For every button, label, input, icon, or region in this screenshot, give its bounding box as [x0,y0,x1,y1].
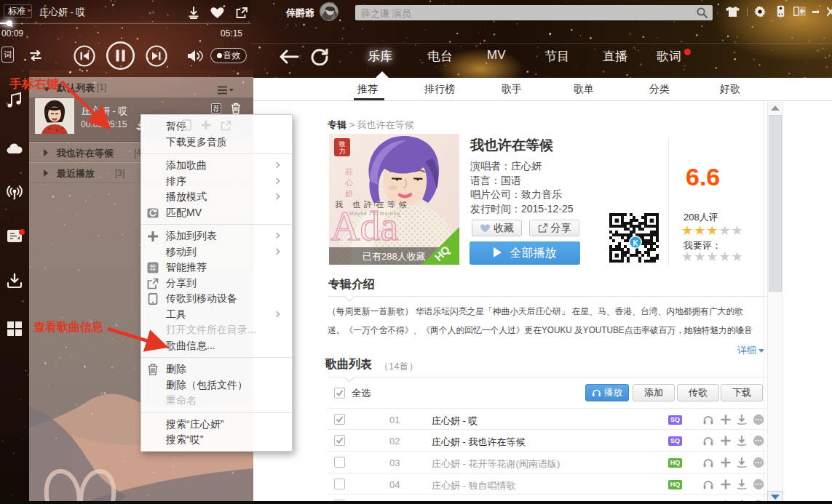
menu-item[interactable]: 暂停 [141,119,292,135]
listen-icon[interactable] [702,479,714,490]
subtab-charts[interactable]: 排行榜 [424,83,455,96]
scroll-down-button[interactable] [767,491,783,502]
tab-lyrics[interactable]: 歌词 [657,48,681,65]
subtab-goodsongs[interactable]: 好歌 [720,83,740,96]
download-button[interactable]: 下载 [721,384,763,401]
refresh-icon[interactable] [309,48,329,65]
playlist-header[interactable]: 默认列表 [1] [29,77,253,97]
tab-shows[interactable]: 节目 [544,48,569,65]
my-rating-stars[interactable]: ★★★★★ [681,249,744,265]
tab-mv[interactable]: MV [487,48,506,63]
menu-item[interactable]: 歌曲信息... [141,338,292,354]
menu-item[interactable]: 删除 [141,361,292,377]
play-mode-icon[interactable] [28,49,44,63]
seek-bar[interactable] [0,23,251,24]
play-all-button[interactable]: 全部播放 [470,241,580,265]
star-icon[interactable]: ★ [732,223,744,238]
play-selected-button[interactable]: 播放 [585,384,629,401]
star-icon[interactable]: ★ [706,249,718,264]
menu-item[interactable]: 排序 [141,174,292,190]
menu-item[interactable]: 移动到 [141,244,292,260]
download-icon[interactable] [736,414,748,425]
menu-item[interactable]: 搜索“哎” [141,432,292,448]
search-icon[interactable] [696,7,708,19]
add-icon[interactable] [720,414,732,425]
favorite-heart-icon[interactable] [210,7,225,19]
download-icon[interactable] [736,457,748,468]
subtab-categories[interactable]: 分类 [649,83,670,96]
menu-item[interactable]: 匹配MV [141,205,292,221]
recommend-badge[interactable]: 荐 [211,103,221,113]
song-share-icon[interactable] [221,120,231,131]
menu-item[interactable]: 添加歌曲 [141,158,292,174]
subtab-playlists[interactable]: 歌单 [574,83,594,96]
menu-item[interactable]: 分享到 [141,276,292,292]
more-icon[interactable] [753,479,764,490]
sidebar-radio-icon[interactable] [6,183,23,201]
scroll-up-button[interactable] [768,103,783,113]
sidebar-apps-icon[interactable] [6,320,23,337]
star-icon[interactable]: ★ [718,249,731,264]
download-song-icon[interactable] [187,7,200,19]
breadcrumb[interactable]: 专辑 > 我也许在等候 [328,119,414,132]
download-icon[interactable] [736,435,748,447]
lyric-button[interactable]: 词 [1,47,14,63]
menu-item[interactable]: 添加到列表 [141,228,292,244]
tab-music-library[interactable]: 乐库 [368,48,392,65]
add-icon[interactable] [720,457,732,468]
song-checkbox[interactable] [334,479,345,489]
tab-radio[interactable]: 电台 [428,48,453,65]
next-button[interactable] [146,45,167,67]
menu-item[interactable]: 搜索“庄心妍” [141,417,292,433]
listen-icon[interactable] [702,457,714,468]
close-button[interactable] [827,7,832,17]
star-icon[interactable]: ★ [681,249,694,264]
sidebar-music-icon[interactable] [6,92,23,109]
download-icon[interactable] [736,479,748,490]
star-icon[interactable]: ★ [694,223,706,238]
trash-icon[interactable] [231,103,241,114]
menu-item[interactable]: 删除（包括文件） [141,377,292,393]
transfer-button[interactable]: 传歌 [677,384,719,401]
sound-effect-button[interactable]: 音效 [210,48,247,63]
search-box[interactable]: 薛之谦 演员 [355,5,713,20]
select-all-checkbox[interactable] [334,388,345,399]
song-row[interactable]: 02 庄心妍 - 我也许在等候 SQ [328,429,774,451]
volume-icon[interactable] [186,49,204,63]
collect-button[interactable]: 收藏 [472,220,522,236]
star-icon[interactable]: ★ [732,249,744,264]
song-row[interactable]: 04 庄心妍 - 独自唱情歌 HQ [328,473,774,495]
avatar[interactable] [320,2,338,21]
add-button[interactable]: 添加 [633,384,675,401]
star-icon[interactable]: ★ [718,223,731,238]
back-icon[interactable] [279,49,299,64]
menu-item[interactable]: 播放模式 [141,189,292,205]
rating-stars[interactable]: ★★★★★ [681,223,744,239]
more-icon[interactable] [753,457,764,468]
skin-tshirt-icon[interactable] [726,7,740,17]
star-icon[interactable]: ★ [706,223,718,238]
song-checkbox[interactable] [334,414,345,425]
listen-icon[interactable] [702,435,714,447]
phone-connect-icon[interactable] [777,5,785,17]
add-icon[interactable] [720,479,732,490]
song-checkbox[interactable] [334,435,345,446]
album-art[interactable]: 致 力 莊心妍 我 也許在等候 Maybe I'm Waiting Ada 已有… [329,134,459,265]
share-icon[interactable] [235,7,248,19]
menu-item[interactable]: 下载更多音质 [141,135,292,151]
subtab-singers[interactable]: 歌手 [502,83,522,96]
more-link[interactable]: 详细 [737,344,764,357]
star-icon[interactable]: ★ [681,223,694,238]
more-icon[interactable] [753,435,764,447]
menu-item[interactable]: 荐智能推荐 [141,260,292,276]
song-add-icon[interactable] [201,120,211,130]
song-checkbox[interactable] [334,457,345,468]
more-icon[interactable] [753,414,764,425]
menu-item[interactable]: 传歌到移动设备 [141,291,292,307]
sidebar-download-icon[interactable] [6,272,23,289]
song-row[interactable]: 03 庄心妍 - 花开等花谢(闽南语版) HQ [328,451,774,473]
minimize-button[interactable] [812,11,819,13]
scrollbar-thumb[interactable] [769,115,782,292]
listen-icon[interactable] [702,414,714,425]
tab-live[interactable]: 直播 [603,48,627,65]
